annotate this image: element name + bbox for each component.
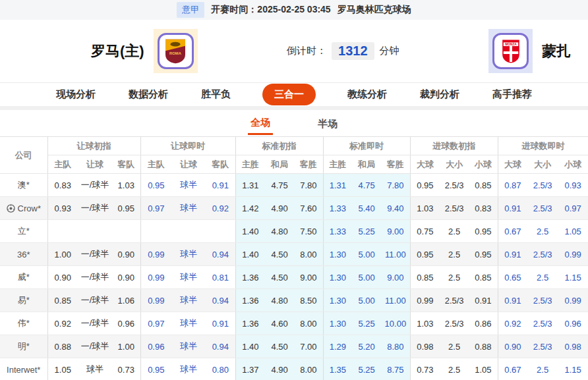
- odds-cell: 2.5/3: [527, 335, 558, 358]
- table-row: 36* 1.00一/球半0.900.99球半0.941.404.508.001.…: [0, 243, 588, 266]
- odds-cell: 1.40: [235, 220, 265, 243]
- odds-cell: 0.98: [410, 335, 440, 358]
- home-team-name: 罗马(主): [91, 41, 144, 61]
- odds-cell: 0.91: [498, 243, 527, 266]
- odds-cell: 0.88: [469, 335, 498, 358]
- odds-cell: 8.00: [294, 358, 323, 380]
- odds-cell: 2.5: [440, 266, 469, 289]
- odds-cell: 7.50: [294, 220, 323, 243]
- company-name: 36*: [17, 250, 30, 259]
- odds-cell: 9.40: [381, 197, 410, 220]
- odds-cell: 0.91: [206, 174, 235, 197]
- countdown-unit: 分钟: [380, 45, 399, 57]
- column-header-company: 公司: [0, 137, 47, 174]
- odds-cell: 8.80: [381, 335, 410, 358]
- group-header-standard-live: 标准即时: [323, 137, 410, 155]
- odds-cell: 7.00: [294, 335, 323, 358]
- odds-cell: 0.97: [140, 197, 171, 220]
- company-cell[interactable]: 易*: [0, 289, 47, 312]
- tab-expert-picks[interactable]: 高手推荐: [491, 86, 533, 103]
- table-row: 伟* 0.92一/球半0.960.97球半0.911.364.608.001.3…: [0, 312, 588, 335]
- odds-cell: 1.31: [235, 174, 265, 197]
- odds-cell: 4.80: [265, 220, 294, 243]
- group-header-handicap-initial: 让球初指: [47, 137, 140, 155]
- odds-cell: 2.5/3: [527, 289, 558, 312]
- column-header: 让球: [78, 155, 112, 174]
- column-header: 大球: [410, 155, 440, 174]
- odds-cell: 0.97: [558, 197, 588, 220]
- column-header: 让球: [171, 155, 206, 174]
- odds-cell: 2.5: [527, 266, 558, 289]
- company-name: 立*: [18, 225, 30, 237]
- company-cell[interactable]: 36*: [0, 243, 47, 266]
- odds-cell: 1.40: [235, 335, 265, 358]
- odds-cell: 0.90: [47, 266, 78, 289]
- odds-cell: 4.50: [265, 243, 294, 266]
- team-header: 罗马(主) ROMA 倒计时： 1312 分钟: [0, 20, 588, 82]
- odds-cell: 0.67: [498, 220, 527, 243]
- odds-cell: 9.00: [294, 266, 323, 289]
- odds-cell: 2.5: [440, 243, 469, 266]
- odds-cell: 2.5/3: [527, 197, 558, 220]
- odds-cell: 2.5: [527, 358, 558, 380]
- odds-cell: 一/球半: [78, 266, 112, 289]
- league-badge[interactable]: 意甲: [177, 2, 204, 18]
- odds-cell: [171, 220, 206, 243]
- company-cell[interactable]: 明*: [0, 335, 47, 358]
- odds-cell: 0.98: [558, 335, 588, 358]
- subtab-full-match[interactable]: 全场: [248, 111, 273, 135]
- roma-crest-icon: ROMA: [164, 38, 187, 65]
- tab-win-draw-loss[interactable]: 胜平负: [200, 86, 232, 103]
- odds-cell: 4.90: [265, 197, 294, 220]
- odds-cell: 球半: [171, 266, 206, 289]
- odds-cell: 1.29: [323, 335, 352, 358]
- column-header: 小球: [469, 155, 498, 174]
- odds-cell: 球半: [171, 197, 206, 220]
- company-cell[interactable]: 伟*: [0, 312, 47, 335]
- company-name: 明*: [18, 340, 30, 352]
- svg-text:ROMA: ROMA: [169, 51, 182, 55]
- tab-live-analysis[interactable]: 现场分析: [55, 86, 97, 103]
- company-cell[interactable]: 立*: [0, 220, 47, 243]
- odds-cell: 2.5/3: [527, 174, 558, 197]
- odds-cell: [112, 220, 140, 243]
- subtab-half-match[interactable]: 半场: [315, 113, 340, 134]
- odds-cell: 0.83: [47, 174, 78, 197]
- company-cell[interactable]: 澳*: [0, 174, 47, 197]
- venue-label: 罗马奥林匹克球场: [338, 4, 411, 16]
- odds-cell: 1.03: [410, 197, 440, 220]
- odds-cell: 7.60: [294, 197, 323, 220]
- odds-cell: 5.00: [352, 266, 381, 289]
- tab-three-in-one[interactable]: 三合一: [262, 84, 316, 105]
- company-cell[interactable]: 威*: [0, 266, 47, 289]
- odds-cell: 0.83: [469, 197, 498, 220]
- odds-cell: 一/球半: [78, 174, 112, 197]
- company-cell[interactable]: Crow*: [0, 197, 47, 220]
- odds-cell: 1.36: [235, 266, 265, 289]
- odds-cell: 球半: [78, 358, 112, 380]
- home-team-logo: ROMA: [154, 29, 198, 73]
- away-team-logo: MONZA: [488, 29, 533, 73]
- company-cell[interactable]: Interwet*: [0, 358, 47, 380]
- odds-cell: 0.90: [112, 243, 140, 266]
- odds-cell: 1.30: [323, 312, 352, 335]
- odds-cell: 5.20: [352, 335, 381, 358]
- odds-cell: 1.05: [47, 358, 78, 380]
- column-header: 主队: [47, 155, 78, 174]
- tab-referee-analysis[interactable]: 裁判分析: [419, 86, 461, 103]
- odds-table: 公司 让球初指 让球即时 标准初指 标准即时 进球数初指 进球数即时 主队 让球…: [0, 136, 588, 380]
- odds-cell: 1.40: [235, 243, 265, 266]
- odds-cell: 2.5: [440, 220, 469, 243]
- odds-cell: 0.95: [410, 243, 440, 266]
- odds-cell: 0.96: [558, 312, 588, 335]
- odds-cell: 0.99: [558, 289, 588, 312]
- company-name: Crow*: [18, 204, 41, 213]
- odds-cell: [78, 220, 112, 243]
- odds-cell: 0.81: [206, 266, 235, 289]
- odds-cell: 5.25: [352, 358, 381, 380]
- column-header: 和局: [352, 155, 381, 174]
- tab-data-analysis[interactable]: 数据分析: [127, 86, 169, 103]
- odds-cell: 5.25: [352, 312, 381, 335]
- tab-coach-analysis[interactable]: 教练分析: [346, 86, 388, 103]
- odds-cell: 4.50: [265, 266, 294, 289]
